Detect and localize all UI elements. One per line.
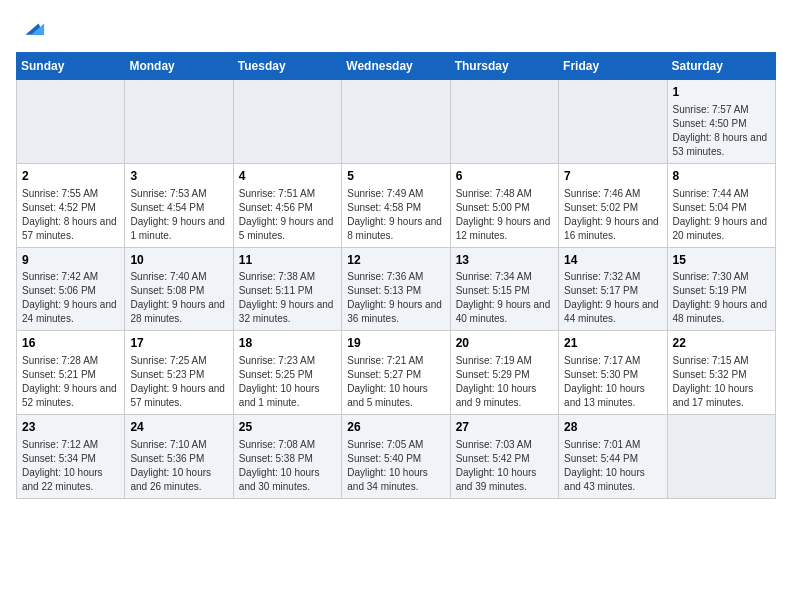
calendar-cell: 10Sunrise: 7:40 AM Sunset: 5:08 PM Dayli…: [125, 247, 233, 331]
calendar-cell: 17Sunrise: 7:25 AM Sunset: 5:23 PM Dayli…: [125, 331, 233, 415]
day-info: Sunrise: 7:32 AM Sunset: 5:17 PM Dayligh…: [564, 270, 661, 326]
calendar-cell: 4Sunrise: 7:51 AM Sunset: 4:56 PM Daylig…: [233, 163, 341, 247]
col-header-thursday: Thursday: [450, 53, 558, 80]
day-number: 27: [456, 419, 553, 436]
calendar-cell: 2Sunrise: 7:55 AM Sunset: 4:52 PM Daylig…: [17, 163, 125, 247]
calendar-cell: 14Sunrise: 7:32 AM Sunset: 5:17 PM Dayli…: [559, 247, 667, 331]
day-info: Sunrise: 7:10 AM Sunset: 5:36 PM Dayligh…: [130, 438, 227, 494]
day-number: 21: [564, 335, 661, 352]
day-info: Sunrise: 7:30 AM Sunset: 5:19 PM Dayligh…: [673, 270, 770, 326]
day-info: Sunrise: 7:23 AM Sunset: 5:25 PM Dayligh…: [239, 354, 336, 410]
calendar-cell: 23Sunrise: 7:12 AM Sunset: 5:34 PM Dayli…: [17, 415, 125, 499]
calendar-cell: 7Sunrise: 7:46 AM Sunset: 5:02 PM Daylig…: [559, 163, 667, 247]
calendar-cell: 1Sunrise: 7:57 AM Sunset: 4:50 PM Daylig…: [667, 80, 775, 164]
col-header-tuesday: Tuesday: [233, 53, 341, 80]
day-number: 11: [239, 252, 336, 269]
calendar-cell: 25Sunrise: 7:08 AM Sunset: 5:38 PM Dayli…: [233, 415, 341, 499]
day-info: Sunrise: 7:08 AM Sunset: 5:38 PM Dayligh…: [239, 438, 336, 494]
calendar-week-3: 9Sunrise: 7:42 AM Sunset: 5:06 PM Daylig…: [17, 247, 776, 331]
day-number: 9: [22, 252, 119, 269]
day-info: Sunrise: 7:12 AM Sunset: 5:34 PM Dayligh…: [22, 438, 119, 494]
calendar-week-2: 2Sunrise: 7:55 AM Sunset: 4:52 PM Daylig…: [17, 163, 776, 247]
day-number: 17: [130, 335, 227, 352]
day-info: Sunrise: 7:05 AM Sunset: 5:40 PM Dayligh…: [347, 438, 444, 494]
day-info: Sunrise: 7:21 AM Sunset: 5:27 PM Dayligh…: [347, 354, 444, 410]
day-number: 13: [456, 252, 553, 269]
calendar-cell: 27Sunrise: 7:03 AM Sunset: 5:42 PM Dayli…: [450, 415, 558, 499]
calendar-cell: [450, 80, 558, 164]
calendar-week-4: 16Sunrise: 7:28 AM Sunset: 5:21 PM Dayli…: [17, 331, 776, 415]
day-info: Sunrise: 7:36 AM Sunset: 5:13 PM Dayligh…: [347, 270, 444, 326]
calendar-cell: [125, 80, 233, 164]
day-info: Sunrise: 7:48 AM Sunset: 5:00 PM Dayligh…: [456, 187, 553, 243]
day-number: 10: [130, 252, 227, 269]
day-number: 14: [564, 252, 661, 269]
calendar-cell: 8Sunrise: 7:44 AM Sunset: 5:04 PM Daylig…: [667, 163, 775, 247]
calendar-cell: 28Sunrise: 7:01 AM Sunset: 5:44 PM Dayli…: [559, 415, 667, 499]
day-info: Sunrise: 7:03 AM Sunset: 5:42 PM Dayligh…: [456, 438, 553, 494]
calendar-cell: 18Sunrise: 7:23 AM Sunset: 5:25 PM Dayli…: [233, 331, 341, 415]
day-number: 28: [564, 419, 661, 436]
calendar-cell: [17, 80, 125, 164]
logo: [16, 16, 46, 44]
calendar-cell: [667, 415, 775, 499]
day-info: Sunrise: 7:51 AM Sunset: 4:56 PM Dayligh…: [239, 187, 336, 243]
day-number: 23: [22, 419, 119, 436]
day-number: 19: [347, 335, 444, 352]
day-info: Sunrise: 7:44 AM Sunset: 5:04 PM Dayligh…: [673, 187, 770, 243]
day-info: Sunrise: 7:38 AM Sunset: 5:11 PM Dayligh…: [239, 270, 336, 326]
day-number: 1: [673, 84, 770, 101]
calendar-cell: 16Sunrise: 7:28 AM Sunset: 5:21 PM Dayli…: [17, 331, 125, 415]
day-number: 24: [130, 419, 227, 436]
day-number: 12: [347, 252, 444, 269]
col-header-sunday: Sunday: [17, 53, 125, 80]
day-number: 15: [673, 252, 770, 269]
day-number: 2: [22, 168, 119, 185]
day-info: Sunrise: 7:57 AM Sunset: 4:50 PM Dayligh…: [673, 103, 770, 159]
day-info: Sunrise: 7:55 AM Sunset: 4:52 PM Dayligh…: [22, 187, 119, 243]
day-info: Sunrise: 7:25 AM Sunset: 5:23 PM Dayligh…: [130, 354, 227, 410]
day-info: Sunrise: 7:46 AM Sunset: 5:02 PM Dayligh…: [564, 187, 661, 243]
calendar-cell: 22Sunrise: 7:15 AM Sunset: 5:32 PM Dayli…: [667, 331, 775, 415]
col-header-monday: Monday: [125, 53, 233, 80]
day-number: 18: [239, 335, 336, 352]
day-info: Sunrise: 7:28 AM Sunset: 5:21 PM Dayligh…: [22, 354, 119, 410]
calendar-cell: 9Sunrise: 7:42 AM Sunset: 5:06 PM Daylig…: [17, 247, 125, 331]
day-number: 22: [673, 335, 770, 352]
day-info: Sunrise: 7:01 AM Sunset: 5:44 PM Dayligh…: [564, 438, 661, 494]
calendar-cell: 6Sunrise: 7:48 AM Sunset: 5:00 PM Daylig…: [450, 163, 558, 247]
col-header-wednesday: Wednesday: [342, 53, 450, 80]
calendar-cell: 24Sunrise: 7:10 AM Sunset: 5:36 PM Dayli…: [125, 415, 233, 499]
day-info: Sunrise: 7:49 AM Sunset: 4:58 PM Dayligh…: [347, 187, 444, 243]
day-number: 16: [22, 335, 119, 352]
day-number: 8: [673, 168, 770, 185]
day-number: 5: [347, 168, 444, 185]
day-number: 6: [456, 168, 553, 185]
calendar-cell: 15Sunrise: 7:30 AM Sunset: 5:19 PM Dayli…: [667, 247, 775, 331]
calendar-cell: 11Sunrise: 7:38 AM Sunset: 5:11 PM Dayli…: [233, 247, 341, 331]
calendar: SundayMondayTuesdayWednesdayThursdayFrid…: [16, 52, 776, 499]
calendar-cell: 12Sunrise: 7:36 AM Sunset: 5:13 PM Dayli…: [342, 247, 450, 331]
day-number: 7: [564, 168, 661, 185]
day-info: Sunrise: 7:17 AM Sunset: 5:30 PM Dayligh…: [564, 354, 661, 410]
day-info: Sunrise: 7:34 AM Sunset: 5:15 PM Dayligh…: [456, 270, 553, 326]
calendar-week-1: 1Sunrise: 7:57 AM Sunset: 4:50 PM Daylig…: [17, 80, 776, 164]
calendar-cell: 3Sunrise: 7:53 AM Sunset: 4:54 PM Daylig…: [125, 163, 233, 247]
day-info: Sunrise: 7:40 AM Sunset: 5:08 PM Dayligh…: [130, 270, 227, 326]
calendar-cell: 26Sunrise: 7:05 AM Sunset: 5:40 PM Dayli…: [342, 415, 450, 499]
calendar-cell: 20Sunrise: 7:19 AM Sunset: 5:29 PM Dayli…: [450, 331, 558, 415]
day-info: Sunrise: 7:19 AM Sunset: 5:29 PM Dayligh…: [456, 354, 553, 410]
calendar-cell: 5Sunrise: 7:49 AM Sunset: 4:58 PM Daylig…: [342, 163, 450, 247]
col-header-saturday: Saturday: [667, 53, 775, 80]
day-number: 3: [130, 168, 227, 185]
day-number: 25: [239, 419, 336, 436]
calendar-cell: 21Sunrise: 7:17 AM Sunset: 5:30 PM Dayli…: [559, 331, 667, 415]
day-number: 4: [239, 168, 336, 185]
calendar-header-row: SundayMondayTuesdayWednesdayThursdayFrid…: [17, 53, 776, 80]
calendar-cell: [233, 80, 341, 164]
calendar-week-5: 23Sunrise: 7:12 AM Sunset: 5:34 PM Dayli…: [17, 415, 776, 499]
day-info: Sunrise: 7:42 AM Sunset: 5:06 PM Dayligh…: [22, 270, 119, 326]
day-info: Sunrise: 7:53 AM Sunset: 4:54 PM Dayligh…: [130, 187, 227, 243]
calendar-cell: [342, 80, 450, 164]
calendar-cell: [559, 80, 667, 164]
